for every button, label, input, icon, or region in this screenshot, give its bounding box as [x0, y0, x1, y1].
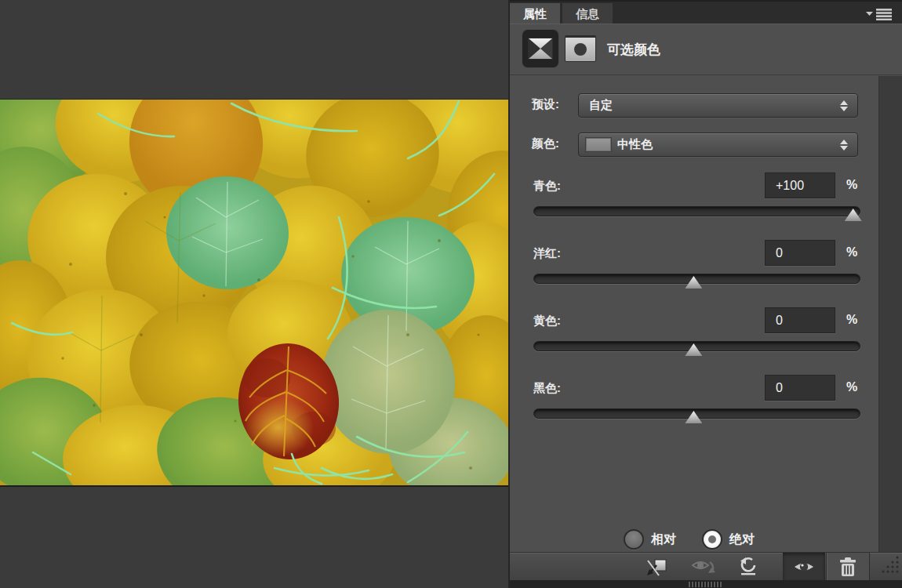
panel-menu-icon[interactable]: [866, 8, 894, 20]
adjustment-header: 可选颜色: [510, 24, 902, 75]
panel-resize-grip-icon[interactable]: [881, 555, 900, 577]
black-slider-track[interactable]: [533, 408, 860, 419]
color-label: 颜色:: [532, 136, 559, 151]
dropdown-arrows-icon: [840, 139, 849, 151]
reset-icon[interactable]: [731, 553, 766, 581]
view-previous-state-icon[interactable]: [688, 553, 722, 581]
relative-radio-label[interactable]: 相对: [651, 532, 676, 548]
yellow-label: 黄色:: [533, 314, 561, 328]
color-dropdown[interactable]: 中性色: [578, 132, 858, 157]
preset-dropdown[interactable]: 自定: [578, 93, 858, 118]
dropdown-arrows-icon: [840, 100, 849, 112]
yellow-slider-group: 黄色: 0 %: [510, 307, 878, 375]
delete-trash-icon[interactable]: [826, 553, 870, 581]
tab-info[interactable]: 信息: [562, 3, 613, 25]
preset-value: 自定: [579, 98, 613, 113]
yellow-slider-track[interactable]: [533, 341, 860, 351]
layer-mask-icon[interactable]: [565, 35, 596, 62]
black-unit: %: [846, 380, 857, 394]
yellow-unit: %: [846, 313, 857, 327]
tab-properties[interactable]: 属性: [510, 3, 560, 25]
leaves-photo-illustration: [0, 100, 508, 485]
black-value-field[interactable]: 0: [765, 375, 835, 401]
properties-panel: 属性 信息 可选颜色: [508, 0, 902, 588]
cyan-label: 青色:: [533, 179, 561, 194]
selective-color-adjustment-icon[interactable]: [522, 30, 558, 67]
black-slider-thumb[interactable]: [685, 411, 702, 423]
neutral-color-swatch: [586, 138, 611, 151]
visibility-eye-icon[interactable]: [783, 553, 825, 581]
cyan-slider-thumb[interactable]: [845, 209, 862, 221]
panel-drag-handle[interactable]: [689, 582, 722, 587]
preset-label: 预设:: [532, 97, 559, 112]
magenta-slider-thumb[interactable]: [685, 276, 702, 289]
magenta-label: 洋红:: [533, 246, 561, 261]
adjustment-title: 可选颜色: [607, 41, 660, 59]
magenta-slider-group: 洋红: 0 %: [510, 240, 878, 307]
absolute-radio[interactable]: [702, 529, 722, 550]
cyan-slider-track[interactable]: [533, 206, 860, 216]
yellow-slider-thumb[interactable]: [685, 343, 702, 356]
yellow-value-field[interactable]: 0: [765, 307, 835, 333]
panel-bottom-strip: [510, 580, 902, 588]
clip-to-layer-icon[interactable]: [639, 553, 674, 581]
panel-content: 预设: 自定 颜色: 中性色 青色: +100 % 洋红: 0 %: [510, 76, 902, 552]
panel-scrollbar-track[interactable]: [878, 76, 902, 552]
cyan-unit: %: [846, 178, 857, 192]
magenta-slider-track[interactable]: [533, 274, 860, 284]
absolute-radio-label[interactable]: 绝对: [729, 532, 755, 548]
black-label: 黑色:: [533, 381, 561, 396]
cyan-slider-group: 青色: +100 %: [510, 172, 878, 240]
relative-radio[interactable]: [624, 529, 644, 550]
black-slider-group: 黑色: 0 %: [510, 375, 878, 442]
document-canvas-area: [0, 0, 508, 588]
mask-dot: [574, 43, 587, 56]
method-radio-row: 相对 绝对: [510, 529, 878, 551]
panel-tab-bar: 属性 信息: [510, 0, 902, 24]
panel-footer-toolbar: [510, 552, 902, 580]
magenta-value-field[interactable]: 0: [765, 240, 835, 266]
document-image[interactable]: [0, 100, 508, 485]
cyan-value-field[interactable]: +100: [765, 172, 835, 198]
color-value: 中性色: [611, 137, 653, 152]
magenta-unit: %: [846, 245, 857, 260]
